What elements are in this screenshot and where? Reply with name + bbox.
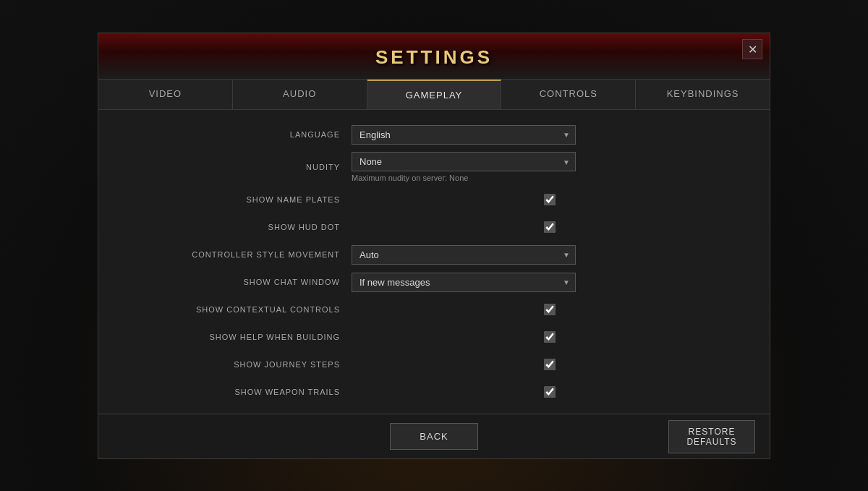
controller-style-value: Auto On Off — [352, 245, 748, 265]
contextual-controls-row: SHOW CONTEXTUAL CONTROLS — [120, 299, 748, 320]
show-hud-dot-value — [352, 221, 748, 233]
tab-gameplay[interactable]: GAMEPLAY — [367, 80, 502, 109]
show-help-building-row: SHOW HELP WHEN BUILDING — [120, 327, 748, 347]
controller-style-select[interactable]: Auto On Off — [352, 245, 576, 265]
language-label: LANGUAGE — [120, 130, 352, 139]
language-select-wrap[interactable]: English French German — [352, 125, 576, 145]
modal-title: SETTINGS — [375, 46, 493, 68]
language-select[interactable]: English French German — [352, 125, 576, 145]
nudity-label: NUDITY — [120, 163, 352, 171]
show-name-plates-checkbox[interactable] — [544, 194, 556, 205]
show-name-plates-label: SHOW NAME PLATES — [120, 195, 352, 204]
restore-line2: DEFAULTS — [686, 437, 736, 447]
tab-video[interactable]: VIDEO — [98, 80, 233, 109]
show-chat-row: SHOW CHAT WINDOW If new messages Always … — [120, 272, 748, 292]
show-name-plates-row: SHOW NAME PLATES — [120, 189, 748, 210]
nudity-select[interactable]: None Partial Full — [352, 152, 576, 171]
show-weapon-trails-label: SHOW WEAPON TRAILS — [120, 388, 352, 396]
language-row: LANGUAGE English French German — [120, 124, 748, 145]
show-name-plates-value — [352, 194, 748, 205]
back-button[interactable]: BACK — [390, 423, 477, 450]
restore-defaults-button[interactable]: RESTORE DEFAULTS — [668, 420, 755, 453]
show-journey-value — [352, 359, 748, 370]
contextual-controls-checkbox[interactable] — [544, 304, 556, 315]
settings-content: LANGUAGE English French German NUDITY No… — [98, 110, 770, 414]
modal-footer: BACK RESTORE DEFAULTS — [98, 414, 770, 458]
show-hud-dot-row: SHOW HUD DOT — [120, 217, 748, 237]
show-help-building-checkbox[interactable] — [544, 331, 556, 343]
show-help-building-value — [352, 331, 748, 343]
close-button[interactable]: ✕ — [742, 39, 762, 59]
settings-modal: SETTINGS ✕ VIDEO AUDIO GAMEPLAY CONTROLS… — [98, 33, 770, 459]
tab-audio[interactable]: AUDIO — [233, 80, 367, 109]
nudity-value: None Partial Full Maximum nudity on serv… — [352, 152, 748, 182]
tab-keybindings[interactable]: KEYBINDINGS — [636, 80, 770, 109]
show-weapon-trails-value — [352, 386, 748, 398]
show-chat-value: If new messages Always Never — [352, 273, 748, 292]
show-help-building-label: SHOW HELP WHEN BUILDING — [120, 333, 352, 341]
nudity-row: NUDITY None Partial Full Maximum nudity … — [120, 152, 748, 182]
show-chat-label: SHOW CHAT WINDOW — [120, 278, 352, 286]
controller-style-label: CONTROLLER STYLE MOVEMENT — [120, 250, 352, 259]
tab-bar: VIDEO AUDIO GAMEPLAY CONTROLS KEYBINDING… — [98, 80, 770, 110]
show-hud-dot-checkbox[interactable] — [544, 221, 556, 233]
language-value: English French German — [352, 125, 748, 145]
nudity-select-wrap[interactable]: None Partial Full — [352, 152, 576, 171]
contextual-controls-label: SHOW CONTEXTUAL CONTROLS — [120, 305, 352, 314]
show-journey-row: SHOW JOURNEY STEPS — [120, 354, 748, 375]
tab-controls[interactable]: CONTROLS — [501, 80, 636, 109]
show-weapon-trails-row: SHOW WEAPON TRAILS — [120, 382, 748, 402]
controller-style-row: CONTROLLER STYLE MOVEMENT Auto On Off — [120, 244, 748, 265]
modal-header: SETTINGS ✕ — [98, 33, 770, 80]
show-chat-select-wrap[interactable]: If new messages Always Never — [352, 273, 576, 292]
show-hud-dot-label: SHOW HUD DOT — [120, 223, 352, 231]
show-weapon-trails-checkbox[interactable] — [544, 386, 556, 398]
nudity-subtext: Maximum nudity on server: None — [352, 174, 748, 182]
show-chat-select[interactable]: If new messages Always Never — [352, 273, 576, 292]
restore-line1: RESTORE — [689, 427, 736, 437]
show-journey-label: SHOW JOURNEY STEPS — [120, 360, 352, 369]
contextual-controls-value — [352, 304, 748, 315]
controller-style-select-wrap[interactable]: Auto On Off — [352, 245, 576, 265]
show-journey-checkbox[interactable] — [544, 359, 556, 370]
